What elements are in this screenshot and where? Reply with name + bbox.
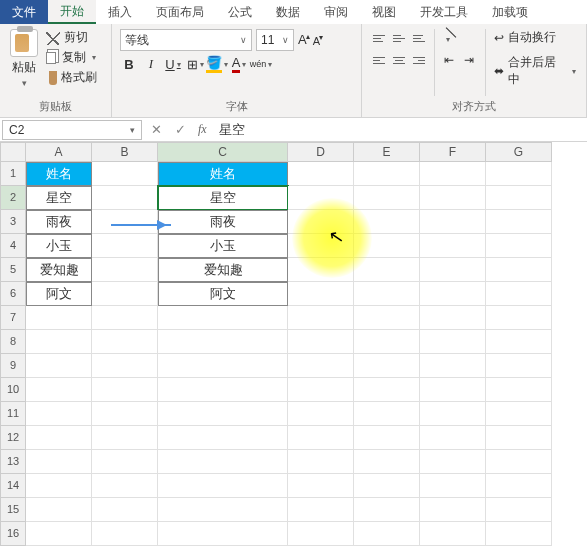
font-color-button[interactable]: A	[230, 55, 248, 73]
cell-A12[interactable]	[26, 426, 92, 450]
cell-G1[interactable]	[486, 162, 552, 186]
row-header-2[interactable]: 2	[0, 186, 26, 210]
col-header-E[interactable]: E	[354, 142, 420, 162]
cell-G10[interactable]	[486, 378, 552, 402]
cell-C3[interactable]: 雨夜	[158, 210, 288, 234]
fx-icon[interactable]: fx	[192, 122, 213, 137]
cell-B15[interactable]	[92, 498, 158, 522]
cell-G16[interactable]	[486, 522, 552, 546]
cell-F5[interactable]	[420, 258, 486, 282]
cell-C10[interactable]	[158, 378, 288, 402]
cell-D5[interactable]	[288, 258, 354, 282]
col-header-G[interactable]: G	[486, 142, 552, 162]
cell-F7[interactable]	[420, 306, 486, 330]
confirm-edit-button[interactable]: ✓	[168, 122, 192, 137]
tab-review[interactable]: 审阅	[312, 0, 360, 24]
cell-A4[interactable]: 小玉	[26, 234, 92, 258]
cell-F9[interactable]	[420, 354, 486, 378]
cell-B1[interactable]	[92, 162, 158, 186]
cell-F16[interactable]	[420, 522, 486, 546]
wrap-text-button[interactable]: ↩自动换行	[490, 27, 580, 48]
cell-G7[interactable]	[486, 306, 552, 330]
cell-E16[interactable]	[354, 522, 420, 546]
cancel-edit-button[interactable]: ✕	[144, 122, 168, 137]
cell-C15[interactable]	[158, 498, 288, 522]
cell-G5[interactable]	[486, 258, 552, 282]
cell-C8[interactable]	[158, 330, 288, 354]
cell-E13[interactable]	[354, 450, 420, 474]
decrease-indent-button[interactable]: ⇤	[441, 51, 459, 69]
cell-F12[interactable]	[420, 426, 486, 450]
cell-B16[interactable]	[92, 522, 158, 546]
cell-B4[interactable]	[92, 234, 158, 258]
cell-B14[interactable]	[92, 474, 158, 498]
row-header-9[interactable]: 9	[0, 354, 26, 378]
row-header-11[interactable]: 11	[0, 402, 26, 426]
col-header-B[interactable]: B	[92, 142, 158, 162]
cell-A5[interactable]: 爱知趣	[26, 258, 92, 282]
cell-B5[interactable]	[92, 258, 158, 282]
cell-D6[interactable]	[288, 282, 354, 306]
cell-E12[interactable]	[354, 426, 420, 450]
cell-D15[interactable]	[288, 498, 354, 522]
row-header-14[interactable]: 14	[0, 474, 26, 498]
cell-G2[interactable]	[486, 186, 552, 210]
cell-D8[interactable]	[288, 330, 354, 354]
cell-G9[interactable]	[486, 354, 552, 378]
cell-F2[interactable]	[420, 186, 486, 210]
row-header-1[interactable]: 1	[0, 162, 26, 186]
row-header-7[interactable]: 7	[0, 306, 26, 330]
name-box[interactable]: C2▾	[2, 120, 142, 140]
cell-A14[interactable]	[26, 474, 92, 498]
cell-B8[interactable]	[92, 330, 158, 354]
increase-indent-button[interactable]: ⇥	[461, 51, 479, 69]
cell-A16[interactable]	[26, 522, 92, 546]
row-header-8[interactable]: 8	[0, 330, 26, 354]
cell-C13[interactable]	[158, 450, 288, 474]
align-middle-button[interactable]	[390, 29, 408, 47]
cell-E3[interactable]	[354, 210, 420, 234]
cut-button[interactable]: 剪切	[46, 29, 97, 46]
cell-B7[interactable]	[92, 306, 158, 330]
cell-C5[interactable]: 爱知趣	[158, 258, 288, 282]
tab-developer[interactable]: 开发工具	[408, 0, 480, 24]
cell-C11[interactable]	[158, 402, 288, 426]
cell-G6[interactable]	[486, 282, 552, 306]
tab-file[interactable]: 文件	[0, 0, 48, 24]
row-header-4[interactable]: 4	[0, 234, 26, 258]
cell-G14[interactable]	[486, 474, 552, 498]
cell-A11[interactable]	[26, 402, 92, 426]
cell-E4[interactable]	[354, 234, 420, 258]
row-header-3[interactable]: 3	[0, 210, 26, 234]
cell-D16[interactable]	[288, 522, 354, 546]
bold-button[interactable]: B	[120, 55, 138, 73]
cell-A7[interactable]	[26, 306, 92, 330]
cell-D4[interactable]	[288, 234, 354, 258]
cell-D1[interactable]	[288, 162, 354, 186]
cell-F15[interactable]	[420, 498, 486, 522]
cell-G12[interactable]	[486, 426, 552, 450]
cell-E5[interactable]	[354, 258, 420, 282]
row-header-12[interactable]: 12	[0, 426, 26, 450]
formula-input[interactable]: 星空	[213, 121, 587, 139]
tab-home[interactable]: 开始	[48, 0, 96, 24]
cell-C1[interactable]: 姓名	[158, 162, 288, 186]
col-header-C[interactable]: C	[158, 142, 288, 162]
cell-E15[interactable]	[354, 498, 420, 522]
cell-A2[interactable]: 星空	[26, 186, 92, 210]
cell-F13[interactable]	[420, 450, 486, 474]
copy-button[interactable]: 复制	[46, 49, 97, 66]
cell-G3[interactable]	[486, 210, 552, 234]
row-header-5[interactable]: 5	[0, 258, 26, 282]
cell-C7[interactable]	[158, 306, 288, 330]
italic-button[interactable]: I	[142, 55, 160, 73]
tab-addin[interactable]: 加载项	[480, 0, 540, 24]
cell-F4[interactable]	[420, 234, 486, 258]
select-all-corner[interactable]	[0, 142, 26, 162]
col-header-A[interactable]: A	[26, 142, 92, 162]
format-painter-button[interactable]: 格式刷	[46, 69, 97, 86]
align-bottom-button[interactable]	[410, 29, 428, 47]
fill-color-button[interactable]: 🪣	[208, 55, 226, 73]
tab-data[interactable]: 数据	[264, 0, 312, 24]
cell-A3[interactable]: 雨夜	[26, 210, 92, 234]
